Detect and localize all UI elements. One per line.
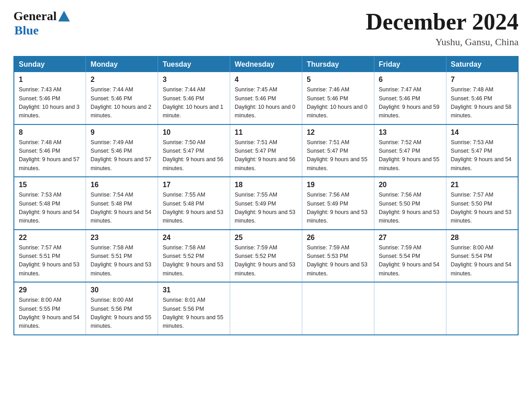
header-monday: Monday [86,56,158,72]
day-cell: 2 Sunrise: 7:44 AM Sunset: 5:46 PM Dayli… [86,72,158,124]
day-info: Sunrise: 7:51 AM Sunset: 5:47 PM Dayligh… [235,138,297,173]
day-info: Sunrise: 7:46 AM Sunset: 5:46 PM Dayligh… [307,86,369,120]
day-number: 31 [163,286,225,294]
day-cell: 27 Sunrise: 7:59 AM Sunset: 5:54 PM Dayl… [374,230,446,283]
day-info: Sunrise: 7:59 AM Sunset: 5:54 PM Dayligh… [379,244,442,278]
week-row-4: 22 Sunrise: 7:57 AM Sunset: 5:51 PM Dayl… [14,230,518,283]
day-info: Sunrise: 7:50 AM Sunset: 5:47 PM Dayligh… [163,138,225,173]
header-tuesday: Tuesday [158,56,230,72]
day-number: 17 [163,181,225,189]
day-info: Sunrise: 7:58 AM Sunset: 5:51 PM Dayligh… [90,244,153,278]
logo-text-general: General [13,9,56,23]
day-number: 1 [19,76,81,84]
day-cell: 18 Sunrise: 7:55 AM Sunset: 5:49 PM Dayl… [230,177,302,230]
day-info: Sunrise: 7:48 AM Sunset: 5:46 PM Dayligh… [19,138,81,173]
day-number: 5 [307,76,369,84]
day-number: 9 [90,128,153,137]
day-cell: 24 Sunrise: 7:58 AM Sunset: 5:52 PM Dayl… [158,230,230,283]
day-cell: 22 Sunrise: 7:57 AM Sunset: 5:51 PM Dayl… [14,230,86,283]
day-number: 4 [235,76,297,84]
day-number: 3 [163,76,225,84]
day-number: 2 [90,76,153,84]
day-info: Sunrise: 7:56 AM Sunset: 5:50 PM Dayligh… [379,191,442,226]
logo: General Blue [13,9,71,38]
day-number: 27 [379,234,442,242]
day-number: 16 [90,181,153,189]
day-cell: 3 Sunrise: 7:44 AM Sunset: 5:46 PM Dayli… [158,72,230,124]
day-number: 18 [235,181,297,189]
day-number: 11 [235,128,297,137]
day-cell: 13 Sunrise: 7:52 AM Sunset: 5:47 PM Dayl… [374,124,446,177]
day-number: 6 [379,76,442,84]
header-sunday: Sunday [14,56,86,72]
logo-icon [57,10,71,23]
day-number: 21 [451,181,513,189]
day-info: Sunrise: 7:43 AM Sunset: 5:46 PM Dayligh… [19,86,81,120]
week-row-5: 29 Sunrise: 8:00 AM Sunset: 5:55 PM Dayl… [14,282,518,335]
day-info: Sunrise: 8:00 AM Sunset: 5:55 PM Dayligh… [19,296,81,331]
header-wednesday: Wednesday [230,56,302,72]
day-info: Sunrise: 7:56 AM Sunset: 5:49 PM Dayligh… [307,191,369,226]
day-number: 28 [451,234,513,242]
day-number: 19 [307,181,369,189]
day-cell: 5 Sunrise: 7:46 AM Sunset: 5:46 PM Dayli… [302,72,374,124]
day-cell: 28 Sunrise: 8:00 AM Sunset: 5:54 PM Dayl… [446,230,518,283]
day-cell: 4 Sunrise: 7:45 AM Sunset: 5:46 PM Dayli… [230,72,302,124]
day-info: Sunrise: 7:57 AM Sunset: 5:51 PM Dayligh… [19,244,81,278]
day-cell [446,282,518,335]
day-number: 24 [163,234,225,242]
day-info: Sunrise: 7:55 AM Sunset: 5:49 PM Dayligh… [235,191,297,226]
day-number: 20 [379,181,442,189]
day-cell: 20 Sunrise: 7:56 AM Sunset: 5:50 PM Dayl… [374,177,446,230]
day-info: Sunrise: 7:49 AM Sunset: 5:46 PM Dayligh… [90,138,153,173]
day-cell: 10 Sunrise: 7:50 AM Sunset: 5:47 PM Dayl… [158,124,230,177]
day-cell: 8 Sunrise: 7:48 AM Sunset: 5:46 PM Dayli… [14,124,86,177]
day-number: 7 [451,76,513,84]
day-number: 25 [235,234,297,242]
week-row-3: 15 Sunrise: 7:53 AM Sunset: 5:48 PM Dayl… [14,177,518,230]
header-friday: Friday [374,56,446,72]
day-info: Sunrise: 7:44 AM Sunset: 5:46 PM Dayligh… [163,86,225,120]
day-cell: 7 Sunrise: 7:48 AM Sunset: 5:46 PM Dayli… [446,72,518,124]
day-cell: 11 Sunrise: 7:51 AM Sunset: 5:47 PM Dayl… [230,124,302,177]
day-info: Sunrise: 7:51 AM Sunset: 5:47 PM Dayligh… [307,138,369,173]
title-section: December 2024 Yushu, Gansu, China [366,9,519,48]
day-info: Sunrise: 7:59 AM Sunset: 5:53 PM Dayligh… [307,244,369,278]
day-cell: 31 Sunrise: 8:01 AM Sunset: 5:56 PM Dayl… [158,282,230,335]
day-info: Sunrise: 7:44 AM Sunset: 5:46 PM Dayligh… [90,86,153,120]
header-row: SundayMondayTuesdayWednesdayThursdayFrid… [14,56,518,72]
day-cell: 29 Sunrise: 8:00 AM Sunset: 5:55 PM Dayl… [14,282,86,335]
week-row-2: 8 Sunrise: 7:48 AM Sunset: 5:46 PM Dayli… [14,124,518,177]
day-cell: 9 Sunrise: 7:49 AM Sunset: 5:46 PM Dayli… [86,124,158,177]
page-header: General Blue December 2024 Yushu, Gansu,… [13,9,519,48]
header-thursday: Thursday [302,56,374,72]
day-number: 29 [19,286,81,294]
day-cell: 6 Sunrise: 7:47 AM Sunset: 5:46 PM Dayli… [374,72,446,124]
day-info: Sunrise: 8:00 AM Sunset: 5:54 PM Dayligh… [451,244,513,278]
day-cell: 14 Sunrise: 7:53 AM Sunset: 5:47 PM Dayl… [446,124,518,177]
day-cell: 17 Sunrise: 7:55 AM Sunset: 5:48 PM Dayl… [158,177,230,230]
day-number: 12 [307,128,369,137]
day-info: Sunrise: 7:59 AM Sunset: 5:52 PM Dayligh… [235,244,297,278]
day-number: 10 [163,128,225,137]
day-cell: 16 Sunrise: 7:54 AM Sunset: 5:48 PM Dayl… [86,177,158,230]
week-row-1: 1 Sunrise: 7:43 AM Sunset: 5:46 PM Dayli… [14,72,518,124]
day-number: 15 [19,181,81,189]
day-info: Sunrise: 8:00 AM Sunset: 5:56 PM Dayligh… [90,296,153,331]
day-cell: 1 Sunrise: 7:43 AM Sunset: 5:46 PM Dayli… [14,72,86,124]
location: Yushu, Gansu, China [366,36,519,48]
day-info: Sunrise: 7:53 AM Sunset: 5:47 PM Dayligh… [451,138,513,173]
day-info: Sunrise: 7:55 AM Sunset: 5:48 PM Dayligh… [163,191,225,226]
day-cell: 12 Sunrise: 7:51 AM Sunset: 5:47 PM Dayl… [302,124,374,177]
day-info: Sunrise: 7:53 AM Sunset: 5:48 PM Dayligh… [19,191,81,226]
day-info: Sunrise: 7:52 AM Sunset: 5:47 PM Dayligh… [379,138,442,173]
day-info: Sunrise: 7:47 AM Sunset: 5:46 PM Dayligh… [379,86,442,120]
day-number: 26 [307,234,369,242]
day-info: Sunrise: 7:48 AM Sunset: 5:46 PM Dayligh… [451,86,513,120]
day-info: Sunrise: 7:54 AM Sunset: 5:48 PM Dayligh… [90,191,153,226]
svg-marker-0 [58,11,70,21]
day-cell: 21 Sunrise: 7:57 AM Sunset: 5:50 PM Dayl… [446,177,518,230]
day-info: Sunrise: 7:58 AM Sunset: 5:52 PM Dayligh… [163,244,225,278]
day-number: 23 [90,234,153,242]
day-cell: 30 Sunrise: 8:00 AM Sunset: 5:56 PM Dayl… [86,282,158,335]
